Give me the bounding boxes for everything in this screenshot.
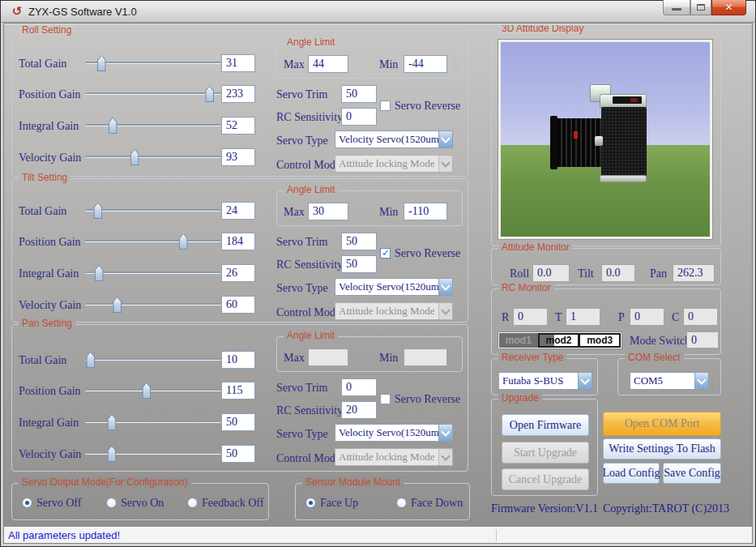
open-com-port-button[interactable]: Open COM Port bbox=[603, 412, 721, 436]
tilt-total-gain-input[interactable] bbox=[221, 202, 255, 220]
slider-track bbox=[85, 209, 221, 212]
max-label: Max bbox=[284, 58, 305, 71]
pan-total-gain-input[interactable] bbox=[221, 351, 255, 369]
face-up-radio[interactable] bbox=[305, 498, 316, 508]
slider-thumb[interactable] bbox=[95, 265, 104, 281]
servo-reverse-label: Servo Reverse bbox=[395, 393, 460, 406]
tilt-servo-type-dropdown[interactable]: Velocity Servo(1520um) bbox=[335, 278, 453, 296]
pan-servo-trim-input[interactable] bbox=[341, 378, 377, 396]
tilt-servo-reverse-checkbox[interactable] bbox=[380, 248, 391, 259]
dropdown-value: Futaba S-BUS bbox=[499, 374, 578, 387]
feedback-off-label: Feedback Off bbox=[202, 497, 263, 510]
minimize-button[interactable] bbox=[663, 0, 690, 15]
tilt-integral-gain-input[interactable] bbox=[221, 264, 255, 282]
roll-velocity-gain-slider[interactable] bbox=[85, 149, 221, 165]
chevron-down-icon[interactable] bbox=[578, 373, 592, 389]
pan-velocity-gain-input[interactable] bbox=[221, 445, 255, 463]
roll-total-gain-input[interactable] bbox=[221, 54, 255, 72]
pan-position-gain-slider[interactable] bbox=[85, 382, 221, 399]
app-icon: ↺ bbox=[11, 5, 23, 18]
tilt-position-gain-input[interactable] bbox=[221, 233, 255, 250]
slider-thumb[interactable] bbox=[107, 446, 116, 462]
chevron-down-icon[interactable] bbox=[438, 425, 452, 441]
com-select-dropdown[interactable]: COM5 bbox=[630, 372, 709, 390]
upgrade-group: Upgrade Open Firmware Start Upgrade Canc… bbox=[491, 399, 598, 496]
group-title: Sensor Module Mount bbox=[302, 476, 404, 488]
tilt-position-gain-slider[interactable] bbox=[85, 233, 221, 250]
slider-thumb[interactable] bbox=[179, 233, 188, 250]
close-button[interactable]: ✕ bbox=[711, 0, 746, 15]
rc-monitor-group: RC Monitor R T P C mod1 mod2 mod3 Mode S… bbox=[491, 288, 721, 355]
tilt-rc-sensitivity-input[interactable] bbox=[341, 255, 377, 273]
min-label: Min bbox=[379, 352, 398, 365]
tilt-control-mode-dropdown: Attitude locking Mode bbox=[335, 302, 453, 320]
pan-total-gain-slider[interactable] bbox=[85, 352, 221, 368]
write-settings-button[interactable]: Write Settings To Flash bbox=[603, 438, 721, 459]
roll-servo-trim-input[interactable] bbox=[341, 85, 377, 103]
servo-on-label: Servo On bbox=[121, 497, 164, 510]
roll-total-gain-slider[interactable] bbox=[85, 55, 221, 71]
chevron-down-icon bbox=[438, 303, 452, 319]
rc-sensitivity-label: RC Sensitivity bbox=[276, 404, 343, 417]
roll-angle-min-input[interactable] bbox=[404, 55, 447, 73]
slider-thumb[interactable] bbox=[93, 203, 102, 219]
slider-thumb[interactable] bbox=[86, 352, 95, 368]
chevron-down-icon[interactable] bbox=[694, 373, 708, 389]
load-config-button[interactable]: Load Config bbox=[603, 463, 660, 484]
save-config-button[interactable]: Save Config bbox=[663, 463, 721, 484]
tilt-total-gain-slider[interactable] bbox=[85, 203, 221, 219]
receiver-type-dropdown[interactable]: Futaba S-BUS bbox=[498, 372, 592, 390]
roll-velocity-gain-input[interactable] bbox=[221, 148, 255, 166]
total-gain-label: Total Gain bbox=[19, 58, 66, 71]
maximize-button[interactable] bbox=[690, 0, 711, 15]
roll-angle-max-input[interactable] bbox=[308, 55, 348, 73]
slider-thumb[interactable] bbox=[205, 86, 214, 102]
roll-position-gain-slider[interactable] bbox=[85, 86, 221, 102]
servo-reverse-label: Servo Reverse bbox=[395, 100, 460, 113]
tilt-integral-gain-slider[interactable] bbox=[85, 265, 221, 281]
tilt-velocity-gain-slider[interactable] bbox=[85, 297, 221, 313]
tilt-servo-trim-input[interactable] bbox=[341, 233, 377, 250]
camera-3d-model bbox=[553, 84, 647, 183]
tilt-monitor-value bbox=[601, 264, 635, 282]
roll-servo-reverse-checkbox[interactable] bbox=[380, 100, 391, 111]
group-title: Tilt Setting bbox=[19, 172, 70, 183]
min-label: Min bbox=[379, 58, 398, 71]
roll-integral-gain-input[interactable] bbox=[221, 117, 255, 135]
position-gain-label: Position Gain bbox=[19, 385, 81, 398]
group-title: Angle Limit bbox=[284, 330, 338, 341]
tilt-angle-max-input[interactable] bbox=[308, 203, 348, 220]
slider-thumb[interactable] bbox=[142, 382, 151, 399]
tilt-velocity-gain-input[interactable] bbox=[221, 296, 255, 314]
pan-integral-gain-input[interactable] bbox=[221, 413, 255, 431]
slider-thumb[interactable] bbox=[97, 55, 106, 71]
pan-servo-reverse-checkbox[interactable] bbox=[380, 394, 391, 404]
tilt-angle-min-input[interactable] bbox=[404, 203, 447, 220]
chevron-down-icon[interactable] bbox=[438, 131, 452, 147]
open-firmware-button[interactable]: Open Firmware bbox=[502, 414, 589, 436]
group-title: Upgrade bbox=[498, 392, 542, 404]
roll-rc-sensitivity-input[interactable] bbox=[341, 108, 377, 126]
servo-on-radio[interactable] bbox=[106, 498, 117, 508]
roll-position-gain-input[interactable] bbox=[221, 85, 255, 103]
position-gain-label: Position Gain bbox=[19, 236, 81, 249]
roll-servo-type-dropdown[interactable]: Velocity Servo(1520um) bbox=[335, 130, 453, 148]
pan-velocity-gain-slider[interactable] bbox=[85, 446, 221, 462]
roll-integral-gain-slider[interactable] bbox=[85, 118, 221, 134]
window-title: ZYX-GS Software V1.0 bbox=[28, 6, 137, 18]
chevron-down-icon[interactable] bbox=[438, 279, 452, 295]
slider-thumb[interactable] bbox=[130, 149, 139, 165]
slider-thumb[interactable] bbox=[107, 414, 116, 430]
pan-rc-sensitivity-input[interactable] bbox=[341, 401, 377, 419]
servo-off-radio[interactable] bbox=[22, 498, 32, 508]
pan-servo-type-dropdown[interactable]: Velocity Servo(1520um) bbox=[335, 424, 453, 442]
feedback-off-radio[interactable] bbox=[187, 498, 198, 508]
pan-position-gain-input[interactable] bbox=[221, 382, 255, 400]
dropdown-value: COM5 bbox=[630, 374, 694, 387]
slider-thumb[interactable] bbox=[113, 297, 122, 313]
copyright-text: Copyright:TAROT (C)2013 bbox=[603, 502, 729, 515]
pan-integral-gain-slider[interactable] bbox=[85, 414, 221, 430]
slider-thumb[interactable] bbox=[109, 118, 117, 134]
minimize-icon bbox=[672, 8, 681, 11]
face-down-radio[interactable] bbox=[396, 498, 407, 508]
